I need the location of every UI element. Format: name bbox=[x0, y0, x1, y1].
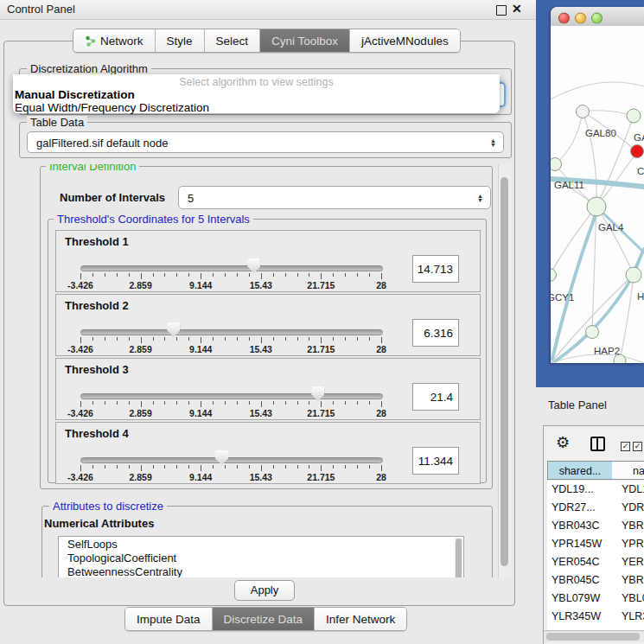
table-row[interactable]: YLR345WYLR3 bbox=[547, 608, 644, 626]
threshold-slider[interactable]: -3.4262.8599.14415.4321.71528 bbox=[80, 383, 381, 419]
slider-track[interactable] bbox=[80, 265, 383, 271]
network-node[interactable] bbox=[586, 326, 599, 339]
slider-tick bbox=[297, 465, 298, 469]
zoom-window-icon[interactable] bbox=[591, 13, 603, 24]
dropdown-option-manual[interactable]: Manual Discretization bbox=[15, 88, 135, 101]
slider-tick bbox=[357, 401, 358, 405]
network-node[interactable] bbox=[627, 109, 641, 123]
column-header-name[interactable]: na bbox=[612, 461, 644, 480]
table-row[interactable]: YER054CYER0 bbox=[547, 553, 644, 571]
threshold-value-field[interactable]: 11.344 bbox=[412, 447, 459, 475]
threshold-slider[interactable]: -3.4262.8599.14415.4321.71528 bbox=[80, 319, 381, 355]
attribute-list-item[interactable]: SelfLoops bbox=[59, 537, 463, 551]
slider-track[interactable] bbox=[80, 329, 383, 335]
network-node-label: C bbox=[637, 166, 644, 176]
table-row[interactable]: YBR043CYBR0 bbox=[547, 517, 644, 535]
dropdown-option-equal-width[interactable]: Equal Width/Frequency Discretization bbox=[15, 101, 209, 114]
tab-style[interactable]: Style bbox=[156, 29, 205, 52]
threshold-value-field[interactable]: 21.4 bbox=[412, 383, 459, 411]
number-of-intervals-combobox[interactable]: 5 ▲▼ bbox=[178, 186, 491, 209]
table-row[interactable]: YBR045CYBR0 bbox=[547, 571, 644, 590]
threshold-value-field[interactable]: 14.713 bbox=[412, 255, 459, 283]
algorithm-dropdown-popup: Select algorithm to view settings Manual… bbox=[13, 74, 500, 113]
numerical-attributes-list[interactable]: SelfLoopsTopologicalCoefficientBetweenne… bbox=[58, 536, 464, 577]
gear-icon[interactable]: ⚙ bbox=[556, 433, 570, 452]
threshold-panel: Threshold 4-3.4262.8599.14415.4321.71528… bbox=[55, 422, 481, 484]
checkbox-icon[interactable]: ✓ bbox=[633, 442, 642, 451]
apply-button[interactable]: Apply bbox=[234, 580, 295, 601]
network-node[interactable] bbox=[551, 158, 562, 171]
slider-tick-label: 21.715 bbox=[307, 344, 335, 354]
table-row[interactable]: YBL079WYBL0 bbox=[547, 590, 644, 608]
network-edge[interactable] bbox=[551, 82, 644, 99]
table-row[interactable]: YDR27...YDR2 bbox=[547, 499, 644, 517]
combo-stepper-icon[interactable]: ▲▼ bbox=[490, 138, 496, 147]
slider-tick bbox=[80, 401, 81, 407]
top-tab-bar: NetworkStyleSelectCyni ToolboxjActiveMNo… bbox=[73, 29, 461, 53]
tab-select[interactable]: Select bbox=[205, 29, 261, 52]
close-panel-icon[interactable]: ✕ bbox=[512, 2, 522, 16]
network-edge[interactable] bbox=[596, 207, 634, 275]
network-node[interactable] bbox=[626, 267, 641, 283]
threshold-slider[interactable]: -3.4262.8599.14415.4321.71528 bbox=[80, 255, 381, 291]
network-edge[interactable] bbox=[583, 112, 596, 207]
slider-tick bbox=[213, 273, 214, 277]
panel-scrollbar[interactable] bbox=[498, 164, 511, 577]
slider-tick bbox=[225, 465, 226, 469]
network-node[interactable] bbox=[631, 145, 644, 158]
tab-cyni-toolbox[interactable]: Cyni Toolbox bbox=[260, 29, 350, 52]
table-row[interactable]: YPR145WYPR1 bbox=[547, 535, 644, 553]
tab-impute-data[interactable]: Impute Data bbox=[125, 608, 213, 630]
tab-jactivemnodules[interactable]: jActiveMNodules bbox=[350, 29, 460, 52]
thresholds-group: Threshold's Coordinates for 5 Intervals … bbox=[48, 219, 487, 483]
slider-tick bbox=[237, 401, 238, 405]
slider-tick bbox=[164, 465, 165, 469]
network-edge[interactable] bbox=[551, 207, 596, 275]
network-node[interactable] bbox=[551, 269, 557, 282]
network-edge[interactable] bbox=[583, 111, 634, 116]
network-edge[interactable] bbox=[555, 112, 583, 164]
table-data-group-label: Table Data bbox=[27, 116, 87, 129]
network-node[interactable] bbox=[577, 105, 590, 118]
threshold-value-field[interactable]: 6.316 bbox=[412, 319, 459, 347]
split-columns-icon[interactable] bbox=[590, 437, 605, 451]
slider-tick bbox=[92, 465, 93, 469]
slider-tick bbox=[225, 273, 226, 277]
threshold-slider[interactable]: -3.4262.8599.14415.4321.71528 bbox=[80, 447, 381, 483]
slider-tick bbox=[237, 273, 238, 277]
slider-tick bbox=[213, 401, 214, 405]
tab-infer-network[interactable]: Infer Network bbox=[315, 608, 406, 630]
close-window-icon[interactable] bbox=[558, 13, 570, 24]
minimize-window-icon[interactable] bbox=[575, 13, 586, 24]
slider-tick bbox=[141, 337, 142, 343]
slider-tick bbox=[188, 337, 189, 341]
slider-tick bbox=[321, 401, 322, 407]
table-hscrollbar[interactable] bbox=[544, 630, 644, 642]
panel-scrollbar-thumb[interactable] bbox=[501, 177, 508, 566]
slider-tick bbox=[333, 337, 334, 341]
table-hscrollbar-thumb[interactable] bbox=[546, 633, 640, 641]
column-header-shared-name[interactable]: shared... bbox=[547, 461, 613, 480]
network-icon bbox=[85, 35, 96, 47]
slider-track[interactable] bbox=[80, 393, 383, 399]
table-data-combobox[interactable]: galFiltered.sif default node ▲▼ bbox=[27, 131, 504, 153]
network-window-titlebar[interactable] bbox=[551, 7, 644, 27]
list-scrollbar-thumb[interactable] bbox=[456, 539, 462, 577]
table-row[interactable]: YDL19...YDL1 bbox=[547, 481, 644, 499]
float-panel-icon[interactable] bbox=[496, 5, 507, 16]
network-canvas[interactable]: GAL80GACGAL11GAL4GCY1HHAP2 bbox=[551, 26, 644, 363]
threshold-panel: Threshold 2-3.4262.8599.14415.4321.71528… bbox=[55, 294, 481, 356]
tab-discretize-data[interactable]: Discretize Data bbox=[213, 608, 316, 630]
attribute-list-item[interactable]: TopologicalCoefficient bbox=[59, 551, 463, 564]
cell-name: YDL1 bbox=[614, 481, 644, 499]
list-scrollbar[interactable] bbox=[455, 538, 462, 577]
slider-track[interactable] bbox=[80, 457, 383, 463]
network-node[interactable] bbox=[587, 197, 606, 216]
tab-network[interactable]: Network bbox=[73, 29, 156, 52]
tab-label: Style bbox=[167, 35, 193, 48]
checkbox-icon[interactable]: ✓ bbox=[621, 442, 630, 451]
attribute-list-item[interactable]: BetweennessCentrality bbox=[59, 564, 463, 577]
slider-tick bbox=[381, 337, 382, 343]
combo-stepper-icon[interactable]: ▲▼ bbox=[477, 194, 483, 202]
slider-tick bbox=[345, 401, 346, 405]
